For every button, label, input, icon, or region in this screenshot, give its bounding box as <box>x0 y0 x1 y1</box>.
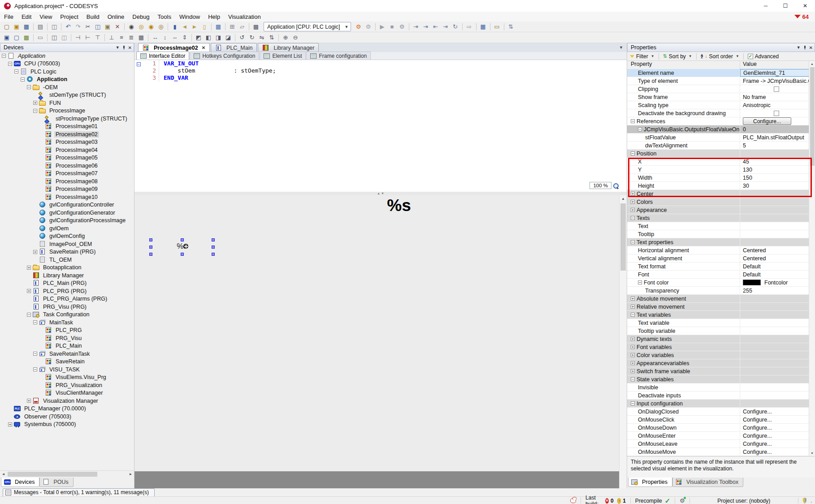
property-value[interactable] <box>740 359 810 367</box>
properties-close-icon[interactable]: ✕ <box>809 45 813 50</box>
tree-item-gvlconfigurationgenerator[interactable]: gvlConfigurationGenerator <box>0 209 134 217</box>
size-to-grid-icon[interactable]: ▦ <box>137 33 146 42</box>
combo-dropdown-icon[interactable]: ▼ <box>345 25 349 29</box>
collapse-icon[interactable]: − <box>33 367 37 371</box>
collapse-icon[interactable]: − <box>638 280 642 284</box>
left-tab-devices[interactable]: CPUDevices <box>1 478 39 487</box>
expand-icon[interactable]: + <box>33 250 37 254</box>
tree-item-task-configuration[interactable]: −Task Configuration <box>0 311 134 319</box>
tree-item-saveretain-prg[interactable]: +SaveRetain (PRG) <box>0 248 134 256</box>
expand-icon[interactable]: + <box>8 422 12 426</box>
tree-item-stoemtype-struct[interactable]: stOemType (STRUCT) <box>0 91 134 99</box>
redo-icon[interactable]: ↷ <box>74 22 82 31</box>
step-over-icon[interactable]: ⇥ <box>412 22 421 31</box>
property-value[interactable] <box>740 85 810 93</box>
tree-item-visu-task[interactable]: −VISU_TASK <box>0 366 134 374</box>
menu-debug[interactable]: Debug <box>128 13 153 21</box>
messages-button[interactable]: Messages - Total 0 error(s), 1 warning(s… <box>3 488 155 497</box>
zoom-out-icon[interactable]: ⊖ <box>291 33 300 42</box>
save-project-icon[interactable]: ▦ <box>22 22 31 31</box>
expand-icon[interactable]: + <box>631 297 635 301</box>
ungroup-icon[interactable]: ◫ <box>60 33 69 42</box>
property-row-deactivate-inputs[interactable]: Deactivate inputs <box>627 392 810 400</box>
property-value[interactable] <box>740 400 810 407</box>
distribute-horizontally-icon[interactable]: ↔ <box>151 33 160 42</box>
scroll-up-icon[interactable]: ▲ <box>809 61 815 67</box>
property-row-color-variables[interactable]: +Color variables <box>627 351 810 359</box>
find-icon[interactable]: ◉ <box>127 22 136 31</box>
property-row-y[interactable]: Y130 <box>627 166 810 174</box>
menu-help[interactable]: Help <box>204 13 224 21</box>
property-row-switch-frame-variable[interactable]: +Switch frame variable <box>627 367 810 375</box>
devices-close-icon[interactable]: ✕ <box>128 45 132 50</box>
property-row-vertical-alignment[interactable]: Vertical alignmentCentered <box>627 254 810 263</box>
collapse-icon[interactable]: − <box>21 78 25 82</box>
tab-library-manager[interactable]: Library Manager <box>258 43 319 52</box>
property-value[interactable]: GenElemInst_71 <box>740 69 810 77</box>
property-row-width[interactable]: Width150 <box>627 174 810 182</box>
tree-item-prg-visu[interactable]: PRG_Visu <box>0 334 134 342</box>
code-line[interactable]: −1VAR_IN_OUT <box>134 60 627 67</box>
interface-editor-code[interactable]: −1VAR_IN_OUT2 stOem : stOemType;3END_VAR… <box>134 60 627 192</box>
replace-all-icon[interactable]: ◎ <box>156 22 165 31</box>
start-icon[interactable]: ▶ <box>378 22 387 31</box>
tree-item-processimage07[interactable]: ProcessImage07 <box>0 170 134 178</box>
visualization-canvas[interactable]: %s %s 100 % ▾ <box>134 195 620 504</box>
properties-vscrollbar[interactable]: ▲ ▼ <box>809 61 815 456</box>
tree-item-plc-logic[interactable]: −PLC Logic <box>0 68 134 76</box>
property-value[interactable]: Configure... <box>740 448 810 456</box>
collapse-icon[interactable]: − <box>33 109 37 113</box>
refresh-visualization-icon[interactable]: ⇅ <box>507 22 516 31</box>
expand-icon[interactable]: + <box>631 208 635 212</box>
configure-button[interactable]: Configure... <box>743 117 791 125</box>
expand-icon[interactable]: + <box>33 101 37 105</box>
property-row-x[interactable]: X45 <box>627 158 810 166</box>
tab-plc-main[interactable]: PLC_Main <box>211 43 257 52</box>
property-row-text-variables[interactable]: −Text variables <box>627 311 810 319</box>
selected-visu-element[interactable]: %s <box>149 238 215 255</box>
tree-item-plc-prg-prg[interactable]: +PLC_PRG (PRG) <box>0 287 134 295</box>
collapse-icon[interactable]: − <box>631 401 635 405</box>
property-row-height[interactable]: Height30 <box>627 182 810 190</box>
editor-zoom-icon[interactable] <box>613 183 619 189</box>
property-row-deactivate-the-background-drawing[interactable]: Deactivate the background drawing <box>627 109 810 117</box>
close-button[interactable]: ✕ <box>795 0 815 12</box>
property-value[interactable] <box>740 335 810 343</box>
collapse-icon[interactable]: − <box>8 62 12 66</box>
reset-icon[interactable]: ↻ <box>451 22 460 31</box>
property-row-texts[interactable]: −Texts <box>627 214 810 222</box>
menu-project[interactable]: Project <box>56 13 82 21</box>
property-row-jcmpvisubasic-outputstfloatvalueonecomma[interactable]: −JCmpVisuBasic.OutputstFloatValueOneComm… <box>627 125 810 134</box>
property-value[interactable]: 5 <box>740 142 810 149</box>
filter-label[interactable]: Filter <box>636 53 648 60</box>
tree-item-plc-main-prg[interactable]: PLC_Main (PRG) <box>0 280 134 288</box>
property-value[interactable] <box>740 190 810 198</box>
collapse-icon[interactable]: − <box>631 313 635 317</box>
property-value[interactable]: Fontcolor <box>740 279 810 286</box>
tree-item-prg-visu-prg[interactable]: PRG_Visu (PRG) <box>0 303 134 311</box>
expand-icon[interactable]: + <box>631 361 635 365</box>
property-row-text-properties[interactable]: −Text properties <box>627 238 810 246</box>
tree-item-visuclientmanager[interactable]: VisuClientManager <box>0 389 134 397</box>
tree-item-systembus-705000[interactable]: +Systembus (705000) <box>0 421 134 429</box>
property-value[interactable] <box>740 327 810 335</box>
tree-item-maintask[interactable]: −MainTask <box>0 319 134 327</box>
editor-zoom-level[interactable]: 100 % <box>590 182 611 189</box>
rotation-anchor-icon[interactable] <box>183 244 188 249</box>
tree-item-fun[interactable]: +FUN <box>0 99 134 107</box>
tree-item-processimage09[interactable]: ProcessImage09 <box>0 185 134 194</box>
tree-item-plc-main[interactable]: PLC_Main <box>0 342 134 350</box>
expand-icon[interactable]: + <box>631 200 635 204</box>
left-tab-pous[interactable]: POUs <box>39 478 73 487</box>
property-row-relative-movement[interactable]: +Relative movement <box>627 303 810 311</box>
expand-icon[interactable]: + <box>631 353 635 357</box>
property-row-tooltip[interactable]: Tooltip <box>627 230 810 238</box>
property-value[interactable]: PLC_Main.stFloatOutput <box>740 134 810 141</box>
menu-tools[interactable]: Tools <box>154 13 175 21</box>
advanced-checkbox[interactable]: ✓ <box>748 54 753 59</box>
property-row-type-of-element[interactable]: Type of elementFrame -> JCmpVisuBasic.Ou… <box>627 77 810 85</box>
logout-icon[interactable]: ⚙ <box>364 22 373 31</box>
property-value[interactable]: 0 <box>740 125 810 133</box>
subtab-frame-configuration[interactable]: Frame configuration <box>306 52 371 60</box>
property-row-appearance[interactable]: +Appearance <box>627 206 810 214</box>
